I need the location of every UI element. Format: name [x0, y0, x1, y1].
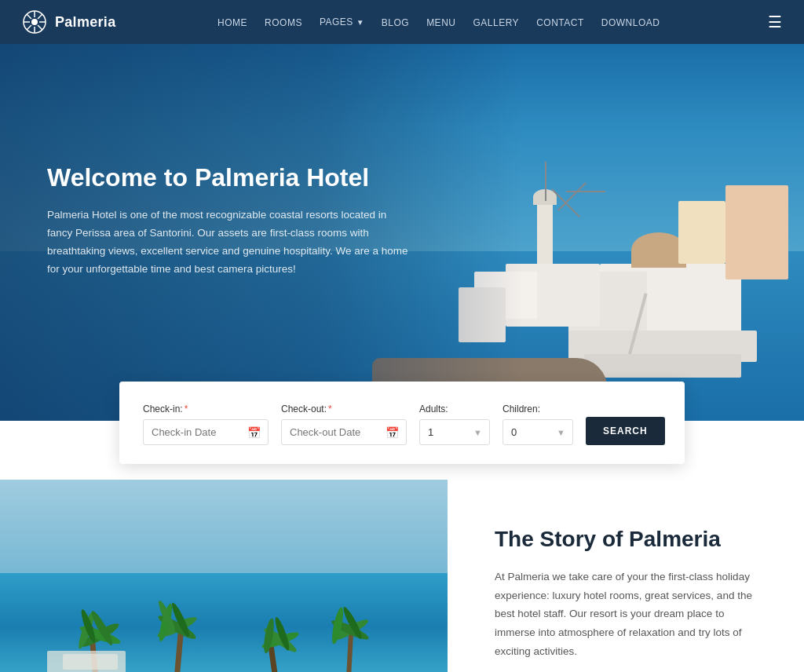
adults-label: Adults: [419, 404, 490, 415]
beach-building-2 [63, 654, 118, 670]
hero-section: Welcome to Palmeria Hotel Palmeria Hotel… [0, 44, 804, 421]
children-select-wrap: 0 1 2 3 ▼ [502, 419, 573, 445]
children-label: Children: [502, 404, 573, 415]
checkout-field: Check-out:* 📅 [281, 404, 407, 445]
nav-item-rooms[interactable]: ROOMS [265, 15, 302, 29]
hero-content: Welcome to Palmeria Hotel Palmeria Hotel… [47, 163, 408, 279]
palm-tree-4 [345, 623, 350, 672]
brand: Palmeria [22, 9, 115, 35]
svg-line-7 [38, 25, 42, 30]
children-field: Children: 0 1 2 3 ▼ [502, 404, 573, 445]
checkin-required: * [185, 404, 188, 415]
svg-line-8 [38, 14, 42, 19]
palm-tree-3 [275, 632, 280, 672]
hamburger-menu-icon[interactable]: ☰ [768, 13, 782, 31]
brand-logo-icon [22, 9, 47, 35]
nav-item-home[interactable]: HOME [217, 15, 247, 29]
palm-tree-2 [173, 619, 178, 672]
checkin-input[interactable] [143, 419, 269, 445]
search-bar-wrapper: Check-in:* 📅 Check-out:* 📅 Adults: 1 [0, 382, 804, 464]
nav-item-gallery[interactable]: GALLERY [473, 15, 519, 29]
checkout-input[interactable] [281, 419, 407, 445]
adults-field: Adults: 1 2 3 4 ▼ [419, 404, 490, 445]
checkout-required: * [328, 404, 332, 415]
beach-image [0, 480, 448, 672]
search-bar: Check-in:* 📅 Check-out:* 📅 Adults: 1 [119, 382, 685, 464]
svg-line-6 [27, 14, 31, 19]
svg-point-1 [31, 19, 38, 25]
story-section: The Story of Palmeria At Palmeria we tak… [448, 480, 804, 672]
nav-menu: HOME ROOMS PAGES ▼ BLOG MENU GALLERY CON… [217, 15, 660, 29]
search-button[interactable]: SEARCH [586, 417, 665, 445]
checkin-input-wrap: 📅 [143, 419, 269, 445]
children-select[interactable]: 0 1 2 3 [502, 419, 573, 445]
story-title: The Story of Palmeria [495, 527, 765, 552]
checkin-field: Check-in:* 📅 [143, 404, 269, 445]
checkin-label: Check-in:* [143, 404, 269, 415]
bottom-section: The Story of Palmeria At Palmeria we tak… [0, 480, 804, 672]
navbar: Palmeria HOME ROOMS PAGES ▼ BLOG MENU GA… [0, 0, 804, 44]
adults-select[interactable]: 1 2 3 4 [419, 419, 490, 445]
pages-chevron-icon: ▼ [356, 18, 364, 27]
beach-sky [0, 480, 448, 573]
hero-title: Welcome to Palmeria Hotel [47, 163, 408, 192]
checkout-input-wrap: 📅 [281, 419, 407, 445]
hero-description: Palmeria Hotel is one of the most recogn… [47, 207, 408, 279]
nav-item-pages[interactable]: PAGES ▼ [320, 16, 364, 27]
brand-name: Palmeria [55, 14, 115, 31]
checkout-label: Check-out:* [281, 404, 407, 415]
nav-item-contact[interactable]: CONTACT [536, 15, 584, 29]
story-description: At Palmeria we take care of your the fir… [495, 568, 765, 660]
adults-select-wrap: 1 2 3 4 ▼ [419, 419, 490, 445]
nav-item-blog[interactable]: BLOG [382, 15, 409, 29]
nav-item-download[interactable]: DOWNLOAD [601, 15, 660, 29]
nav-item-menu[interactable]: MENU [426, 15, 455, 29]
svg-line-9 [27, 25, 31, 30]
